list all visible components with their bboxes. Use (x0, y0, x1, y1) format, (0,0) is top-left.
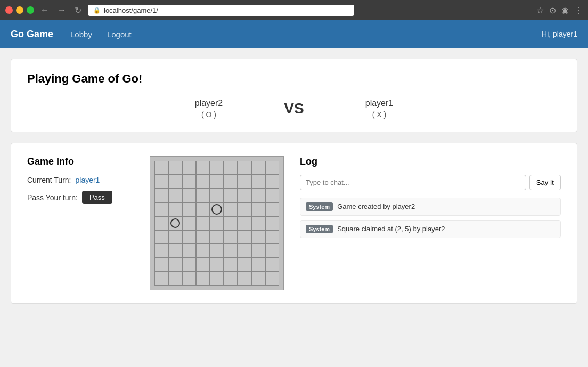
pass-button[interactable]: Pass (82, 191, 112, 204)
board-cell[interactable] (196, 244, 210, 258)
board-cell[interactable] (238, 216, 251, 230)
board-cell[interactable] (154, 161, 168, 175)
board-cell[interactable] (251, 202, 265, 216)
board-cell[interactable] (265, 272, 279, 286)
board-cell[interactable] (238, 161, 251, 175)
navbar-brand[interactable]: Go Game (11, 29, 53, 40)
board-cell[interactable] (251, 230, 265, 244)
board-cell[interactable] (168, 272, 182, 286)
board-cell[interactable] (265, 202, 279, 216)
board-cell[interactable] (224, 216, 238, 230)
board-cell[interactable] (168, 216, 182, 230)
board-cell[interactable] (251, 258, 265, 272)
nav-lobby[interactable]: Lobby (64, 26, 99, 43)
board-cell[interactable] (265, 175, 279, 189)
board-cell[interactable] (210, 272, 224, 286)
board-cell[interactable] (251, 189, 265, 202)
board-cell[interactable] (196, 202, 210, 216)
close-btn[interactable] (5, 6, 13, 14)
board-cell[interactable] (154, 244, 168, 258)
board-cell[interactable] (224, 161, 238, 175)
board-cell[interactable] (265, 258, 279, 272)
board-cell[interactable] (265, 189, 279, 202)
board-cell[interactable] (224, 230, 238, 244)
board-cell[interactable] (168, 175, 182, 189)
board-cell[interactable] (196, 258, 210, 272)
board-cell[interactable] (265, 161, 279, 175)
board-cell[interactable] (182, 175, 196, 189)
board-cell[interactable] (196, 230, 210, 244)
board-cell[interactable] (168, 189, 182, 202)
board-cell[interactable] (154, 230, 168, 244)
board-cell[interactable] (154, 272, 168, 286)
board-cell[interactable] (182, 272, 196, 286)
address-bar[interactable]: 🔒 localhost/game/1/ (88, 5, 354, 16)
board-cell[interactable] (196, 189, 210, 202)
board-cell[interactable] (210, 161, 224, 175)
maximize-btn[interactable] (27, 6, 34, 14)
board-cell[interactable] (210, 175, 224, 189)
board-container[interactable] (150, 156, 284, 290)
board-cell[interactable] (251, 175, 265, 189)
board-cell[interactable] (196, 272, 210, 286)
forward-arrow[interactable]: → (55, 5, 68, 15)
bookmark-icon[interactable]: ☆ (536, 5, 544, 15)
board-cell[interactable] (210, 216, 224, 230)
board-cell[interactable] (182, 189, 196, 202)
board-cell[interactable] (168, 258, 182, 272)
profile-icon[interactable]: ◉ (561, 5, 569, 15)
board-cell[interactable] (251, 216, 265, 230)
board-cell[interactable] (238, 189, 251, 202)
minimize-btn[interactable] (16, 6, 23, 14)
board-cell[interactable] (224, 189, 238, 202)
board-cell[interactable] (168, 230, 182, 244)
extension-icon[interactable]: ⊙ (549, 5, 556, 15)
board-cell[interactable] (196, 175, 210, 189)
board-cell[interactable] (251, 244, 265, 258)
say-it-button[interactable]: Say It (529, 175, 561, 190)
board-cell[interactable] (154, 258, 168, 272)
board-cell[interactable] (224, 202, 238, 216)
board-cell[interactable] (238, 202, 251, 216)
board-cell[interactable] (182, 161, 196, 175)
board-cell[interactable] (168, 161, 182, 175)
board-cell[interactable] (224, 175, 238, 189)
board-cell[interactable] (196, 161, 210, 175)
board-cell[interactable] (265, 216, 279, 230)
board-cell[interactable] (238, 244, 251, 258)
board-cell[interactable] (182, 216, 196, 230)
board-cell[interactable] (224, 272, 238, 286)
board-cell[interactable] (196, 216, 210, 230)
menu-icon[interactable]: ⋮ (574, 5, 583, 15)
back-arrow[interactable]: ← (38, 5, 51, 15)
board-cell[interactable] (182, 258, 196, 272)
board-cell[interactable] (210, 230, 224, 244)
chat-input[interactable] (300, 175, 526, 190)
board-cell[interactable] (154, 216, 168, 230)
board-cell[interactable] (210, 189, 224, 202)
board-cell[interactable] (251, 161, 265, 175)
board-cell[interactable] (182, 244, 196, 258)
board-cell[interactable] (182, 230, 196, 244)
board-cell[interactable] (168, 202, 182, 216)
board-cell[interactable] (238, 258, 251, 272)
board-cell[interactable] (154, 202, 168, 216)
board-cell[interactable] (224, 258, 238, 272)
board-cell[interactable] (154, 189, 168, 202)
go-board[interactable] (150, 156, 284, 290)
board-cell[interactable] (182, 202, 196, 216)
board-cell[interactable] (210, 258, 224, 272)
board-cell[interactable] (210, 244, 224, 258)
reload-icon[interactable]: ↻ (72, 5, 84, 15)
board-cell[interactable] (265, 230, 279, 244)
board-cell[interactable] (238, 272, 251, 286)
board-cell[interactable] (265, 244, 279, 258)
board-cell[interactable] (154, 175, 168, 189)
board-cell[interactable] (168, 244, 182, 258)
board-cell[interactable] (224, 244, 238, 258)
board-cell[interactable] (238, 230, 251, 244)
board-cell[interactable] (251, 272, 265, 286)
nav-logout[interactable]: Logout (101, 26, 138, 43)
board-cell[interactable] (238, 175, 251, 189)
board-cell[interactable] (210, 202, 224, 216)
